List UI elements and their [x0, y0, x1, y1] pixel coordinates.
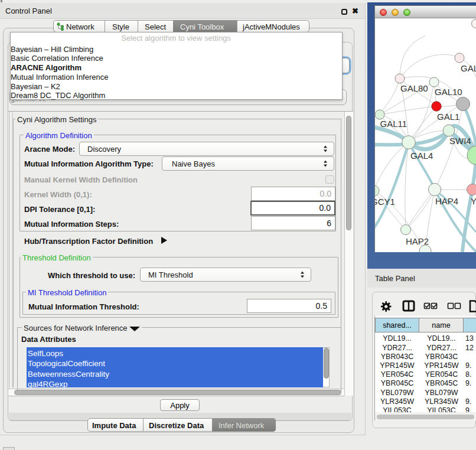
svg-text:GAL7: GAL7 — [461, 63, 476, 73]
svg-text:HAP4: HAP4 — [435, 196, 458, 206]
svg-text:Y: Y — [471, 196, 476, 206]
svg-text:HAP2: HAP2 — [406, 236, 429, 246]
svg-text:SWI4: SWI4 — [449, 136, 471, 146]
svg-text:GAL11: GAL11 — [380, 119, 407, 129]
svg-text:GAL4: GAL4 — [410, 151, 433, 161]
svg-text:GAL1: GAL1 — [437, 112, 459, 122]
svg-text:GCY1: GCY1 — [375, 197, 395, 207]
svg-text:GAL80: GAL80 — [400, 83, 428, 93]
svg-text:GAL10: GAL10 — [435, 87, 462, 97]
